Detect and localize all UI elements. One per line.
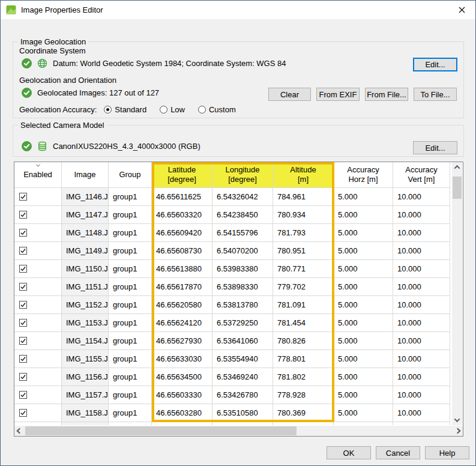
cell-acc_vert[interactable]: 10.000 (393, 386, 450, 404)
scroll-right-button[interactable] (453, 426, 463, 436)
cell-longitude[interactable]: 6.53469240 (212, 368, 273, 386)
cell-altitude[interactable]: 778.801 (273, 350, 334, 368)
cell-enabled[interactable] (14, 404, 62, 422)
cell-acc_horz[interactable]: 5.000 (334, 332, 393, 350)
vertical-scrollbar-thumb[interactable] (453, 177, 462, 199)
cell-acc_horz[interactable]: 5.000 (334, 260, 393, 278)
cell-group[interactable]: group1 (109, 206, 152, 224)
horizontal-scrollbar[interactable] (14, 426, 463, 436)
cell-acc_horz[interactable]: 5.000 (334, 314, 393, 332)
cell-acc_horz[interactable]: 5.000 (334, 188, 393, 206)
cell-acc_horz[interactable]: 5.000 (334, 224, 393, 242)
cell-acc_vert[interactable]: 10.000 (393, 332, 450, 350)
cell-altitude[interactable]: 778.928 (273, 386, 334, 404)
cell-latitude[interactable]: 46.65617870 (152, 278, 212, 296)
cell-altitude[interactable]: 781.091 (273, 296, 334, 314)
cell-group[interactable]: group1 (109, 368, 152, 386)
cell-image[interactable]: IMG_1154.JPG (62, 332, 109, 350)
column-header-acc_vert[interactable]: Accuracy Vert [m] (393, 162, 450, 188)
cell-longitude[interactable]: 6.53898330 (212, 278, 273, 296)
cell-enabled[interactable] (14, 224, 62, 242)
cell-latitude[interactable]: 46.65624120 (152, 314, 212, 332)
to-file-button[interactable]: To File... (414, 88, 457, 101)
cell-image[interactable]: IMG_1156.JPG (62, 368, 109, 386)
vertical-scrollbar[interactable] (452, 162, 462, 425)
cell-longitude[interactable]: 6.53729250 (212, 314, 273, 332)
cell-latitude[interactable]: 46.65603320 (152, 206, 212, 224)
cell-enabled[interactable] (14, 350, 62, 368)
cell-latitude[interactable]: 46.65633030 (152, 350, 212, 368)
cell-group[interactable]: group1 (109, 224, 152, 242)
cell-acc_horz[interactable]: 5.000 (334, 296, 393, 314)
cell-altitude[interactable]: 780.934 (273, 206, 334, 224)
enabled-checkbox[interactable] (19, 373, 27, 381)
cell-acc_horz[interactable]: 5.000 (334, 368, 393, 386)
column-header-latitude[interactable]: Latitude [degree] (152, 162, 212, 188)
cell-group[interactable]: group1 (109, 386, 152, 404)
cell-acc_vert[interactable]: 10.000 (393, 296, 450, 314)
cell-longitude[interactable]: 6.54070200 (212, 242, 273, 260)
coordinate-system-edit-button[interactable]: Edit... (413, 58, 457, 71)
cell-acc_vert[interactable]: 10.000 (393, 404, 450, 422)
scroll-down-button[interactable] (452, 415, 462, 425)
scroll-left-button[interactable] (14, 426, 25, 436)
camera-model-edit-button[interactable]: Edit... (413, 141, 457, 154)
cell-acc_horz[interactable]: 5.000 (334, 386, 393, 404)
from-file-button[interactable]: From File... (365, 88, 408, 101)
cell-group[interactable]: group1 (109, 404, 152, 422)
accuracy-radio-standard[interactable]: Standard (104, 105, 146, 114)
enabled-checkbox[interactable] (19, 301, 27, 309)
help-button[interactable]: Help (425, 446, 469, 459)
cell-altitude[interactable]: 779.702 (273, 278, 334, 296)
cell-enabled[interactable] (14, 386, 62, 404)
column-header-image[interactable]: Image (62, 162, 109, 188)
cell-image[interactable]: IMG_1149.JPG (62, 242, 109, 260)
cell-enabled[interactable] (14, 278, 62, 296)
cell-latitude[interactable]: 46.65627930 (152, 332, 212, 350)
cell-group[interactable]: group1 (109, 242, 152, 260)
cell-acc_vert[interactable]: 10.000 (393, 224, 450, 242)
cell-image[interactable]: IMG_1158.JPG (62, 404, 109, 422)
cell-enabled[interactable] (14, 314, 62, 332)
cell-enabled[interactable] (14, 188, 62, 206)
cell-enabled[interactable] (14, 242, 62, 260)
enabled-checkbox[interactable] (19, 247, 27, 255)
cell-acc_vert[interactable]: 10.000 (393, 368, 450, 386)
enabled-checkbox[interactable] (19, 391, 27, 399)
cell-acc_horz[interactable]: 5.000 (334, 206, 393, 224)
cell-group[interactable]: group1 (109, 296, 152, 314)
radio-button-icon[interactable] (160, 106, 167, 113)
cell-longitude[interactable]: 6.54326042 (212, 188, 273, 206)
cell-longitude[interactable]: 6.53983380 (212, 260, 273, 278)
cell-altitude[interactable]: 784.961 (273, 188, 334, 206)
cell-altitude[interactable]: 781.802 (273, 368, 334, 386)
enabled-checkbox[interactable] (19, 265, 27, 273)
cell-longitude[interactable]: 6.54155796 (212, 224, 273, 242)
enabled-checkbox[interactable] (19, 229, 27, 237)
cell-altitude[interactable]: 781.454 (273, 314, 334, 332)
cell-image[interactable]: IMG_1155.JPG (62, 350, 109, 368)
enabled-checkbox[interactable] (19, 193, 27, 201)
cell-enabled[interactable] (14, 332, 62, 350)
cancel-button[interactable]: Cancel (376, 446, 420, 459)
cell-altitude[interactable]: 780.826 (273, 332, 334, 350)
cell-longitude[interactable]: 6.53554940 (212, 350, 273, 368)
cell-longitude[interactable]: 6.53813780 (212, 296, 273, 314)
cell-enabled[interactable] (14, 206, 62, 224)
cell-image[interactable]: IMG_1146.JPG (62, 188, 109, 206)
cell-image[interactable]: IMG_1153.JPG (62, 314, 109, 332)
clear-button[interactable]: Clear (268, 88, 311, 101)
cell-group[interactable]: group1 (109, 350, 152, 368)
cell-group[interactable]: group1 (109, 260, 152, 278)
cell-altitude[interactable]: 781.793 (273, 224, 334, 242)
from-exif-button[interactable]: From EXIF (316, 88, 360, 101)
cell-acc_horz[interactable]: 5.000 (334, 278, 393, 296)
enabled-checkbox[interactable] (19, 355, 27, 363)
cell-altitude[interactable]: 780.369 (273, 404, 334, 422)
column-header-altitude[interactable]: Altitude [m] (273, 162, 334, 188)
cell-latitude[interactable]: 46.65620580 (152, 296, 212, 314)
radio-button-icon[interactable] (198, 106, 206, 113)
cell-acc_vert[interactable]: 10.000 (393, 242, 450, 260)
cell-group[interactable]: group1 (109, 314, 152, 332)
enabled-checkbox[interactable] (19, 211, 27, 219)
